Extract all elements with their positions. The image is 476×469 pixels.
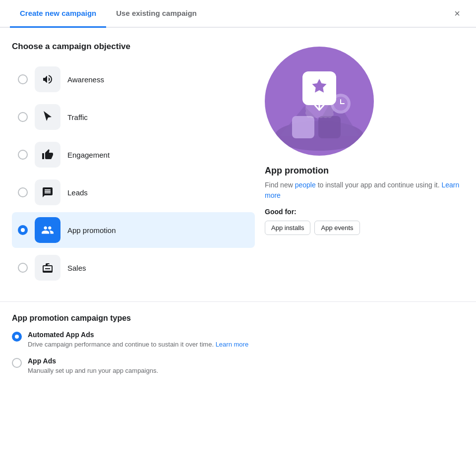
- svg-rect-4: [318, 116, 341, 138]
- promo-title: App promotion: [265, 166, 464, 176]
- main-content: Choose a campaign objective Awareness: [0, 28, 476, 297]
- cursor-icon: [42, 111, 54, 123]
- objective-item-traffic[interactable]: Traffic: [12, 99, 255, 135]
- objective-list: Awareness Traffic: [12, 61, 255, 286]
- sales-label: Sales: [67, 264, 86, 272]
- radio-traffic[interactable]: [18, 112, 28, 122]
- close-button[interactable]: ×: [448, 4, 466, 22]
- campaign-types-title: App promotion campaign types: [12, 314, 464, 323]
- awareness-icon-box: [35, 66, 60, 92]
- engagement-label: Engagement: [67, 151, 110, 159]
- briefcase-icon: [42, 262, 54, 274]
- left-column: Choose a campaign objective Awareness: [12, 42, 255, 286]
- illustration-circle: [265, 47, 374, 156]
- tab-bar: Create new campaign Use existing campaig…: [0, 0, 476, 28]
- badge-app-events: App events: [314, 221, 359, 235]
- automated-ads-name: Automated App Ads: [28, 331, 464, 339]
- campaign-type-app-ads[interactable]: App Ads Manually set up and run your app…: [12, 357, 464, 375]
- app-ads-info: App Ads Manually set up and run your app…: [28, 357, 464, 375]
- radio-sales[interactable]: [18, 263, 28, 273]
- app-promotion-label: App promotion: [67, 226, 116, 234]
- section-title: Choose a campaign objective: [12, 42, 255, 52]
- automated-ads-info: Automated App Ads Drive campaign perform…: [28, 331, 464, 349]
- app-promotion-icon-box: [35, 217, 60, 243]
- svg-rect-0: [45, 268, 50, 269]
- radio-app-ads[interactable]: [12, 358, 22, 368]
- automated-learn-more-link[interactable]: Learn more: [216, 341, 248, 348]
- campaign-type-automated[interactable]: Automated App Ads Drive campaign perform…: [12, 331, 464, 349]
- modal-dialog: Create new campaign Use existing campaig…: [0, 0, 476, 383]
- radio-awareness[interactable]: [18, 74, 28, 84]
- radio-engagement[interactable]: [18, 150, 28, 160]
- right-column: App promotion Find new people to install…: [265, 42, 464, 286]
- app-promo-illustration: [265, 47, 374, 156]
- campaign-types-section: App promotion campaign types Automated A…: [0, 301, 476, 375]
- objective-item-awareness[interactable]: Awareness: [12, 61, 255, 97]
- megaphone-icon: [42, 73, 54, 85]
- good-for-label: Good for:: [265, 208, 464, 216]
- sales-icon-box: [35, 255, 60, 281]
- radio-automated-ads[interactable]: [12, 332, 22, 342]
- badges-container: App installs App events: [265, 221, 464, 235]
- traffic-icon-box: [35, 104, 60, 130]
- traffic-label: Traffic: [67, 113, 88, 121]
- objective-item-leads[interactable]: Leads: [12, 175, 255, 210]
- chat-icon: [42, 186, 54, 198]
- tab-create-new-campaign[interactable]: Create new campaign: [10, 0, 106, 28]
- promo-description: Find new people to install your app and …: [265, 180, 464, 201]
- promo-people-link[interactable]: people: [295, 181, 316, 189]
- awareness-label: Awareness: [67, 75, 104, 84]
- badge-app-installs: App installs: [265, 221, 310, 235]
- radio-leads[interactable]: [18, 187, 28, 197]
- svg-rect-3: [292, 116, 314, 138]
- objective-item-engagement[interactable]: Engagement: [12, 137, 255, 173]
- tab-use-existing-campaign[interactable]: Use existing campaign: [106, 0, 207, 28]
- thumbsup-icon: [42, 149, 54, 161]
- automated-ads-desc: Drive campaign performance and continue …: [28, 340, 464, 349]
- app-ads-desc: Manually set up and run your app campaig…: [28, 366, 464, 375]
- leads-label: Leads: [67, 188, 88, 197]
- radio-app-promotion[interactable]: [18, 225, 28, 235]
- people-icon: [41, 224, 54, 236]
- objective-item-app-promotion[interactable]: App promotion: [12, 212, 255, 248]
- promo-desc-middle: to install your app and continue using i…: [316, 181, 440, 189]
- app-ads-name: App Ads: [28, 357, 464, 365]
- objective-item-sales[interactable]: Sales: [12, 250, 255, 286]
- engagement-icon-box: [35, 142, 60, 168]
- promo-desc-before: Find new: [265, 181, 295, 189]
- leads-icon-box: [35, 179, 60, 205]
